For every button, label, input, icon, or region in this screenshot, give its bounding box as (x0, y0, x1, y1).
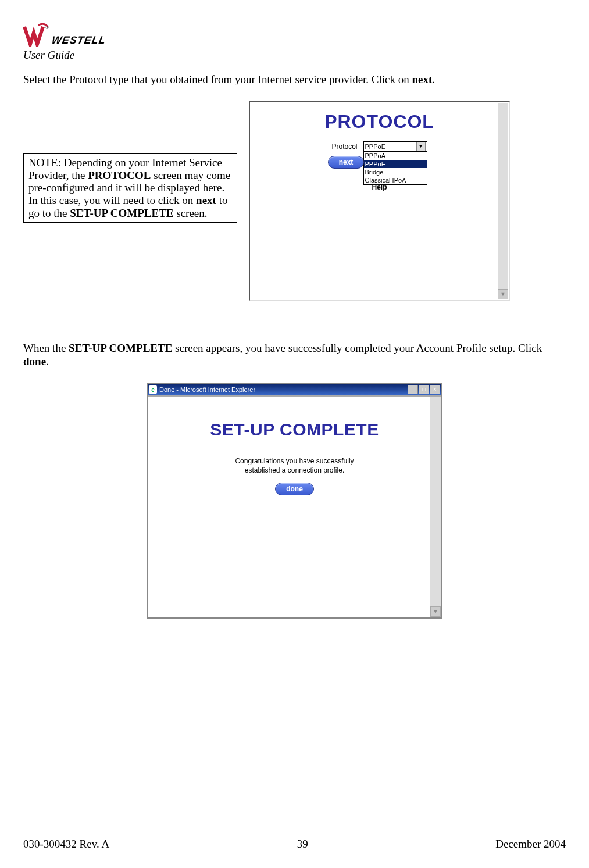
ie-app-icon: e (149, 385, 157, 394)
chevron-down-icon[interactable]: ▼ (416, 142, 426, 151)
protocol-select[interactable]: PPPoE ▼ PPPoA PPPoE Bridge Classical IPo… (363, 141, 427, 185)
note-b3: SET-UP COMPLETE (70, 207, 173, 219)
para2-mid: screen appears, you have successfully co… (172, 342, 542, 354)
note-post: screen. (174, 207, 208, 219)
para2-b2: done (23, 355, 46, 367)
next-button[interactable]: next (328, 156, 365, 169)
minimize-button[interactable]: _ (408, 385, 418, 394)
close-button[interactable]: × (430, 385, 440, 394)
para2-b1: SET-UP COMPLETE (69, 342, 172, 354)
note-b1: PROTOCOL (88, 169, 151, 181)
para1-post: . (432, 73, 435, 85)
ie-window-title: Done - Microsoft Internet Explorer (159, 386, 255, 393)
protocol-selected: PPPoE (365, 143, 385, 150)
protocol-options-list: PPPoA PPPoE Bridge Classical IPoA (363, 152, 427, 185)
footer-left: 030-300432 Rev. A (23, 838, 109, 851)
doc-subtitle: User Guide (23, 49, 566, 62)
maximize-button[interactable]: □ (419, 385, 429, 394)
para1-bold: next (412, 73, 433, 85)
scroll-down-icon[interactable]: ▼ (430, 606, 441, 617)
help-link[interactable]: Help (372, 183, 387, 191)
protocol-option[interactable]: PPPoE (364, 160, 427, 168)
para2-pre: When the (23, 342, 69, 354)
para1-pre: Select the Protocol type that you obtain… (23, 73, 412, 85)
protocol-option[interactable]: PPPoA (364, 152, 427, 160)
setup-complete-heading: SET-UP COMPLETE (148, 397, 441, 440)
protocol-heading: PROTOCOL (250, 111, 509, 133)
congrats-line2: established a connection profile. (245, 466, 344, 474)
footer-right: December 2004 (495, 838, 566, 851)
vertical-scrollbar[interactable]: ▼ (498, 103, 508, 299)
congrats-line1: Congratulations you have successfully (235, 457, 354, 465)
congrats-text: Congratulations you have successfully es… (148, 457, 441, 475)
paragraph-2: When the SET-UP COMPLETE screen appears,… (23, 342, 566, 369)
protocol-screenshot: PROTOCOL Protocol PPPoE ▼ PPPoA PPPoE Br… (249, 101, 510, 301)
para2-post: . (46, 355, 49, 367)
scroll-down-icon[interactable]: ▼ (498, 289, 508, 299)
protocol-option[interactable]: Bridge (364, 168, 427, 176)
page-footer: 030-300432 Rev. A 39 December 2004 (23, 835, 566, 851)
paragraph-1: Select the Protocol type that you obtain… (23, 73, 566, 87)
svg-text:®: ® (45, 25, 49, 30)
footer-page-number: 39 (297, 838, 308, 851)
brand-logo: ® WESTELL (23, 17, 566, 47)
ie-titlebar: e Done - Microsoft Internet Explorer _ □… (148, 384, 441, 395)
ie-window: e Done - Microsoft Internet Explorer _ □… (147, 383, 442, 619)
logo-mark-icon: ® (23, 22, 49, 47)
note-b2: next (196, 194, 216, 206)
done-button[interactable]: done (275, 483, 314, 495)
brand-text: WESTELL (51, 34, 107, 47)
protocol-label: Protocol (331, 141, 357, 151)
vertical-scrollbar[interactable]: ▼ (430, 397, 441, 617)
